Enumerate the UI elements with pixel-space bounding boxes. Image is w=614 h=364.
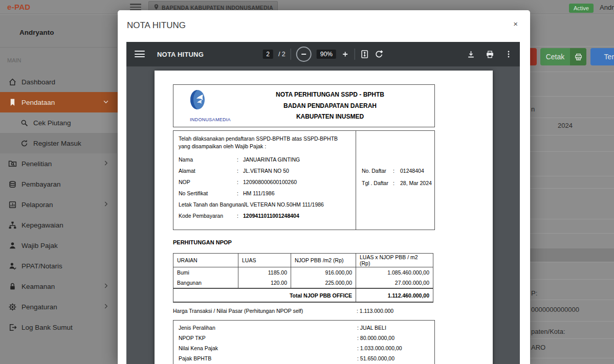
user-icon (8, 241, 17, 250)
report-icon (8, 200, 17, 209)
summary-value: : 1.033.000.000,00 (357, 345, 402, 351)
total-value: 1.112.460.000,00 (356, 289, 433, 302)
table-row: Bangunan120.00225.000,0027.000.000,00 (173, 278, 433, 288)
separator-line (530, 279, 614, 280)
sidebar-item-wajib-pajak[interactable]: Wajib Pajak (0, 235, 118, 256)
summary-value: : 80.000.000,00 (357, 335, 394, 341)
field-value: JL.VETRAN NO 50 (243, 168, 289, 174)
table-cell: 120.00 (238, 278, 291, 288)
harga-value: : 1.113.000.000 (357, 308, 393, 314)
register-label: No. Daftar (362, 168, 393, 174)
colon: : (237, 190, 243, 196)
page-number-input[interactable]: 2 (262, 50, 273, 59)
sidebar-item-label: Register Masuk (33, 140, 81, 147)
colon: : (237, 179, 243, 185)
home-icon (8, 77, 17, 86)
background-text-fragment: paten/Kota: (531, 328, 565, 335)
zoom-out-button[interactable] (296, 47, 312, 62)
sidebar-item-keamanan[interactable]: Keamanan (0, 276, 118, 297)
modal-title: NOTA HITUNG (127, 20, 186, 31)
field-value: JANUARINTA GINTING (243, 156, 300, 163)
search-icon (19, 118, 29, 127)
sidebar-item-log-bank-sumut[interactable]: Log Bank Sumut (0, 317, 118, 337)
sidebar-item-label: Pelaporan (21, 201, 53, 209)
pdf-toolbar: NOTA HITUNG 2 / 2 90% (126, 42, 520, 66)
chevron-right-icon (102, 303, 109, 310)
chevron-right-icon (102, 282, 109, 289)
cetak-button[interactable]: Cetak (540, 48, 586, 65)
separator-line (530, 135, 614, 135)
sidebar-item-label: Cek Piutang (33, 119, 71, 127)
field-value: HM 111/1986 (243, 190, 274, 196)
table-cell: 27.000.000,00 (356, 278, 433, 288)
sidebar-item-label: PPAT/Notaris (21, 262, 62, 270)
pdf-viewer[interactable]: INDONUSAMEDIA NOTA PERHITUNGAN SSPD - BP… (126, 66, 520, 364)
document-title-line: BADAN PENDAPATAN DAERAH (230, 101, 430, 112)
fit-page-icon[interactable] (360, 50, 369, 59)
summary-value: : JUAL BELI (357, 325, 386, 331)
register-label: Tgl . Daftar (362, 180, 393, 186)
sidebar-item-register-masuk[interactable]: Register Masuk (0, 133, 118, 153)
field-value: 120908000600100260 (243, 179, 297, 185)
npop-section-title: PERHITUNGAN NPOP (173, 239, 232, 245)
sidebar-item-dashboard[interactable]: Dashboard (0, 72, 118, 92)
pdf-menu-icon[interactable] (135, 51, 145, 58)
table-cell: Bangunan (173, 278, 238, 288)
background-text-fragment: n (531, 105, 535, 113)
separator-line (530, 321, 614, 322)
field-value: 1209411011001248404 (243, 213, 299, 219)
chevron-down-icon (102, 98, 109, 105)
lock-icon (8, 282, 17, 291)
harga-label: Harga Transaksi / Nilai Pasar (Perhitung… (173, 308, 303, 314)
rotate-icon[interactable] (375, 50, 384, 59)
register-row: No. Daftar:01248404 (362, 168, 424, 174)
separator-line (530, 72, 614, 72)
close-icon[interactable]: × (511, 17, 520, 30)
sidebar-item-pendataan[interactable]: Pendataan (0, 92, 118, 112)
field-label: Kode Pembayaran (179, 213, 237, 219)
header-user-name[interactable]: Andryanto (600, 4, 614, 11)
table-total-row: Total NJOP PBB OFFICE1.112.460.000,00 (173, 288, 433, 302)
print-icon[interactable] (486, 50, 494, 59)
field-row: Alamat:JL.VETRAN NO 50 (179, 168, 289, 174)
document-header-box: INDONUSAMEDIA NOTA PERHITUNGAN SSPD - BP… (173, 84, 435, 127)
sidebar-item-pengaturan[interactable]: Pengaturan (0, 297, 118, 317)
sidebar-item-label: Kepegawaian (21, 221, 63, 229)
background-text-fragment: ARO (531, 344, 545, 351)
separator-line (530, 176, 614, 176)
sidebar-item-cek-piutang[interactable]: Cek Piutang (0, 112, 118, 133)
menu-toggle-icon[interactable] (130, 4, 141, 11)
total-label: Total NJOP PBB OFFICE (173, 289, 356, 302)
field-label: Nama (179, 156, 237, 163)
sidebar-item-ppat-notaris[interactable]: PPAT/Notaris (0, 256, 118, 276)
background-text-fragment: 2024 (558, 122, 573, 129)
sidebar-item-pelaporan[interactable]: Pelaporan (0, 194, 118, 215)
sidebar-item-label: Dashboard (21, 78, 55, 86)
sidebar-item-label: Log Bank Sumut (21, 324, 73, 331)
sidebar-item-kepegawaian[interactable]: Kepegawaian (0, 215, 118, 235)
zoom-in-button[interactable] (341, 50, 349, 58)
summary-label: NPOP TKP (179, 335, 206, 341)
separator-line (530, 358, 614, 358)
colon: : (393, 168, 400, 174)
zoom-level-display[interactable]: 90% (317, 50, 336, 59)
pdf-page: INDONUSAMEDIA NOTA PERHITUNGAN SSPD - BP… (155, 71, 493, 364)
app-logo[interactable]: e-PAD (7, 3, 30, 11)
divider (0, 47, 118, 48)
teruskan-button[interactable]: Teruskan (590, 48, 614, 65)
table-cell: Bumi (173, 267, 238, 278)
field-row: No Sertifikat:HM 111/1986 (179, 190, 274, 196)
folder-icon (8, 159, 17, 168)
sidebar-item-penelitian[interactable]: Penelitian (0, 153, 118, 174)
more-options-icon[interactable] (505, 50, 513, 58)
sidebar-item-pembayaran[interactable]: Pembayaran (0, 174, 118, 194)
register-value: 01248404 (400, 168, 424, 174)
field-label: Alamat (179, 168, 237, 174)
pdf-document-title: NOTA HITUNG (157, 51, 204, 58)
field-label: No Sertifikat (179, 190, 237, 196)
document-title-line: KABUPATEN INUSMED (230, 111, 430, 123)
tax-summary-box: Jenis Peralihan: JUAL BELINPOP TKP: 80.0… (173, 320, 435, 364)
status-badge: Active (569, 4, 594, 13)
download-icon[interactable] (467, 50, 475, 59)
logout-icon (8, 323, 17, 332)
